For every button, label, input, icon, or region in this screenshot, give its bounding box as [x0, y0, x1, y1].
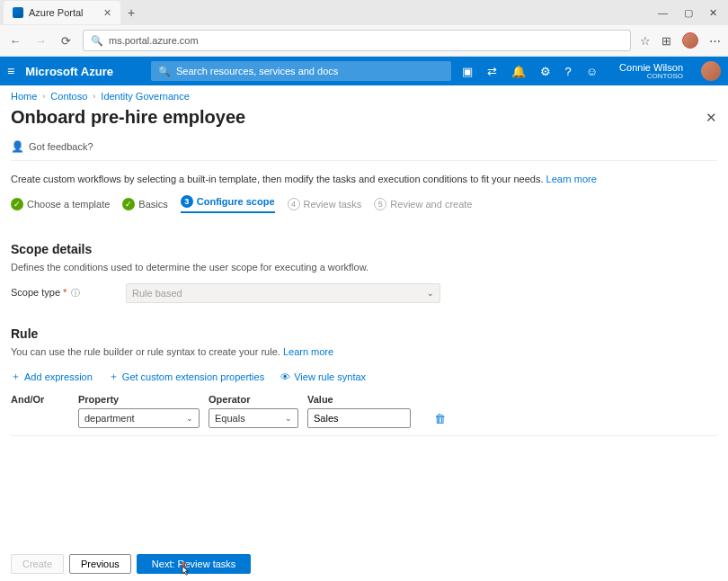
eye-icon: 👁 — [280, 371, 290, 382]
search-placeholder: Search resources, services and docs — [176, 66, 338, 76]
breadcrumb-home[interactable]: Home — [11, 91, 37, 102]
step-basics[interactable]: Basics — [122, 198, 167, 210]
more-icon[interactable]: ⋯ — [709, 34, 721, 48]
rule-heading: Rule — [11, 326, 717, 341]
window-maximize-icon[interactable]: ▢ — [684, 7, 693, 19]
value-input[interactable] — [307, 408, 411, 428]
browser-tab[interactable]: Azure Portal ✕ — [4, 1, 120, 24]
collections-icon[interactable]: ⊞ — [661, 34, 671, 48]
step-review-tasks[interactable]: 4 Review tasks — [288, 198, 362, 210]
page-title: Onboard pre-hire employee — [11, 107, 245, 128]
chevron-down-icon: ⌄ — [285, 414, 292, 423]
view-rule-syntax-button[interactable]: 👁 View rule syntax — [280, 370, 366, 383]
person-feedback-icon: 👤 — [11, 140, 24, 153]
step-number-icon: 3 — [181, 195, 193, 208]
plus-icon: ＋ — [11, 370, 21, 383]
step-number-icon: 5 — [374, 198, 386, 210]
feedback-link[interactable]: Got feedback? — [29, 141, 93, 152]
user-name: Connie Wilson — [619, 62, 683, 73]
azure-search-input[interactable]: 🔍 Search resources, services and docs — [151, 61, 451, 81]
chevron-right-icon: › — [93, 92, 95, 101]
settings-icon[interactable]: ⚙ — [540, 65, 551, 78]
browser-chrome: Azure Portal ✕ + — ▢ ✕ ← → ⟳ 🔍 ms.portal… — [0, 0, 728, 57]
step-choose-template[interactable]: Choose a template — [11, 198, 110, 210]
col-andor: And/Or — [11, 394, 69, 405]
breadcrumb-contoso[interactable]: Contoso — [50, 91, 87, 102]
property-select[interactable]: department ⌄ — [78, 408, 200, 428]
scope-type-label: Scope type * ⓘ — [11, 287, 126, 299]
close-blade-icon[interactable]: ✕ — [706, 110, 717, 126]
brand-label[interactable]: Microsoft Azure — [25, 65, 113, 78]
intro-text: Create custom workflows by selecting a b… — [11, 174, 543, 184]
search-icon: 🔍 — [91, 35, 103, 47]
user-avatar[interactable] — [701, 61, 721, 81]
new-tab-button[interactable]: + — [120, 5, 142, 20]
col-value: Value — [307, 394, 411, 405]
scope-type-select: Rule based ⌄ — [126, 283, 440, 303]
azure-header: ≡ Microsoft Azure 🔍 Search resources, se… — [0, 57, 728, 85]
step-number-icon: 4 — [288, 198, 300, 210]
address-bar[interactable]: 🔍 ms.portal.azure.com — [83, 30, 631, 51]
operator-select[interactable]: Equals ⌄ — [209, 408, 298, 428]
add-expression-button[interactable]: ＋ Add expression — [11, 370, 93, 383]
chevron-down-icon: ⌄ — [186, 414, 193, 423]
help-icon[interactable]: ? — [565, 65, 572, 78]
directories-icon[interactable]: ⇄ — [487, 65, 497, 78]
chevron-right-icon: › — [42, 92, 45, 101]
chevron-down-icon: ⌄ — [427, 289, 434, 298]
tab-title: Azure Portal — [29, 7, 84, 18]
next-review-tasks-button[interactable]: Next: Review tasks — [137, 554, 252, 574]
rule-learn-more-link[interactable]: Learn more — [283, 346, 333, 357]
favorite-icon[interactable]: ☆ — [640, 34, 651, 48]
search-icon: 🔍 — [158, 66, 171, 77]
check-icon — [11, 198, 23, 210]
user-info[interactable]: Connie Wilson CONTOSO — [619, 62, 683, 81]
col-operator: Operator — [209, 394, 298, 405]
nav-refresh-icon[interactable]: ⟳ — [58, 34, 74, 48]
plus-icon: ＋ — [109, 370, 119, 383]
info-icon[interactable]: ⓘ — [71, 288, 80, 298]
previous-button[interactable]: Previous — [69, 554, 131, 574]
delete-icon[interactable]: 🗑 — [434, 412, 446, 425]
notifications-icon[interactable]: 🔔 — [511, 65, 526, 78]
feedback-icon[interactable]: ☺ — [586, 65, 598, 78]
rule-row: department ⌄ Equals ⌄ 🗑 — [11, 408, 717, 436]
url-text: ms.portal.azure.com — [109, 35, 199, 46]
breadcrumb-identity-governance[interactable]: Identity Governance — [101, 91, 189, 102]
get-extension-properties-button[interactable]: ＋ Get custom extension properties — [109, 370, 264, 383]
step-review-create[interactable]: 5 Review and create — [374, 198, 472, 210]
nav-back-icon[interactable]: ← — [7, 34, 23, 48]
step-configure-scope[interactable]: 3 Configure scope — [181, 195, 275, 213]
check-icon — [122, 198, 135, 210]
window-minimize-icon[interactable]: — — [658, 7, 668, 19]
scope-heading: Scope details — [11, 242, 717, 256]
profile-avatar[interactable] — [682, 32, 698, 49]
tab-close-icon[interactable]: ✕ — [103, 7, 111, 19]
wizard-footer: Create Previous Next: Review tasks — [0, 547, 728, 581]
cloud-shell-icon[interactable]: ▣ — [462, 65, 473, 78]
window-close-icon[interactable]: ✕ — [709, 7, 717, 19]
nav-forward-icon: → — [32, 34, 49, 48]
intro-learn-more-link[interactable]: Learn more — [546, 174, 597, 184]
wizard-steps: Choose a template Basics 3 Configure sco… — [11, 193, 717, 219]
rule-desc: You can use the rule builder or rule syn… — [11, 346, 280, 357]
scope-desc: Defines the conditions used to determine… — [11, 262, 717, 273]
tenant-name: CONTOSO — [619, 73, 683, 81]
hamburger-icon[interactable]: ≡ — [7, 64, 14, 78]
breadcrumb: Home › Contoso › Identity Governance — [0, 85, 728, 107]
col-property: Property — [78, 394, 200, 405]
azure-favicon — [13, 7, 23, 18]
create-button: Create — [11, 554, 64, 574]
